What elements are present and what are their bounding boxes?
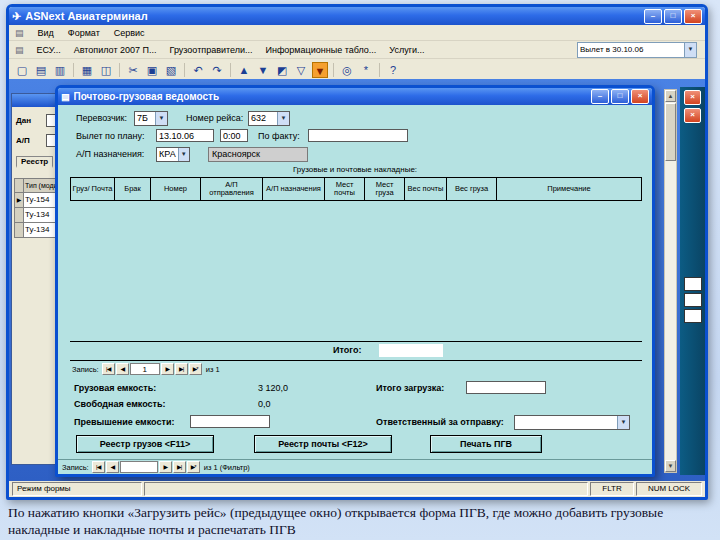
pgv-dialog-titlebar[interactable]: ▤ Почтово-грузовая ведомость – □ × bbox=[58, 88, 652, 105]
vertical-scrollbar[interactable]: ▲ ▼ bbox=[664, 89, 677, 473]
last-record-icon[interactable]: ▶| bbox=[173, 461, 186, 473]
next-record-icon[interactable]: ▶ bbox=[161, 363, 174, 375]
new-record-icon[interactable]: ▶* bbox=[187, 461, 200, 473]
column-header[interactable]: Вес груза bbox=[447, 178, 497, 200]
responsible-select[interactable]: ▼ bbox=[514, 415, 630, 430]
grid-icon: ▤ bbox=[15, 45, 24, 55]
sort-desc-icon[interactable]: ▼ bbox=[255, 62, 271, 78]
filter-by-form-icon[interactable]: ▽ bbox=[293, 62, 309, 78]
first-record-icon[interactable]: |◀ bbox=[102, 363, 115, 375]
column-header[interactable]: А/П назначения bbox=[263, 178, 325, 200]
close-icon[interactable]: × bbox=[684, 90, 701, 105]
flight-number-select[interactable]: 632 ▼ bbox=[248, 111, 290, 126]
form-record-navigator: Запись: |◀ ◀ ▶ ▶| ▶* из 1 (Фильтр) bbox=[58, 459, 652, 474]
status-fltr: FLTR bbox=[590, 482, 634, 496]
app-titlebar[interactable]: ✈ ASNext Авиатерминал – □ × bbox=[9, 7, 705, 25]
paste-icon[interactable]: ▧ bbox=[163, 62, 179, 78]
maximize-icon[interactable]: □ bbox=[611, 89, 629, 104]
prev-record-icon[interactable]: ◀ bbox=[116, 363, 129, 375]
prev-record-icon[interactable]: ◀ bbox=[106, 461, 119, 473]
edge-spacer bbox=[680, 125, 705, 275]
nav-item-esu[interactable]: ЕСУ... bbox=[37, 45, 61, 55]
close-icon[interactable]: × bbox=[684, 108, 701, 123]
nav-item-shippers[interactable]: Грузоотправители... bbox=[170, 45, 253, 55]
minimize-icon[interactable]: – bbox=[591, 89, 609, 104]
workspace: Дан А/П Реестр Тип (моди ▶ Ту-154 Ту-134 bbox=[9, 79, 705, 481]
app-window: ✈ ASNext Авиатерминал – □ × ▤ Вид Формат… bbox=[6, 4, 708, 500]
next-record-icon[interactable]: ▶ bbox=[159, 461, 172, 473]
free-capacity-label: Свободная емкость: bbox=[74, 399, 166, 409]
row-selector-header bbox=[14, 178, 24, 193]
toolbar-separator bbox=[379, 63, 380, 77]
column-header[interactable]: Примечание bbox=[497, 178, 641, 200]
menu-item-view[interactable]: Вид bbox=[38, 28, 54, 38]
copy-icon[interactable]: ▣ bbox=[144, 62, 160, 78]
redo-icon[interactable]: ↷ bbox=[209, 62, 225, 78]
find-icon[interactable]: ◎ bbox=[339, 62, 355, 78]
print-icon[interactable]: ▦ bbox=[79, 62, 95, 78]
record-count: из 1 (Фильтр) bbox=[204, 463, 250, 472]
excess-capacity-label: Превышение емкости: bbox=[74, 417, 174, 427]
last-record-icon[interactable]: ▶| bbox=[175, 363, 188, 375]
scroll-thumb[interactable] bbox=[665, 103, 676, 161]
cargo-register-button[interactable]: Реестр грузов <F11> bbox=[76, 435, 214, 453]
minimize-icon[interactable]: – bbox=[644, 9, 662, 24]
first-record-icon[interactable]: |◀ bbox=[92, 461, 105, 473]
menu-item-service[interactable]: Сервис bbox=[114, 28, 145, 38]
chevron-down-icon[interactable]: ▼ bbox=[155, 112, 167, 125]
tab-register[interactable]: Реестр bbox=[16, 156, 53, 168]
open-icon[interactable]: ▤ bbox=[33, 62, 49, 78]
sort-asc-icon[interactable]: ▲ bbox=[236, 62, 252, 78]
undo-icon[interactable]: ↶ bbox=[190, 62, 206, 78]
help-icon[interactable]: ? bbox=[385, 62, 401, 78]
nav-item-info-boards[interactable]: Информационные табло... bbox=[265, 45, 376, 55]
row-selector[interactable] bbox=[14, 208, 24, 223]
chevron-down-icon[interactable]: ▼ bbox=[684, 43, 696, 57]
column-header[interactable]: Номер bbox=[151, 178, 201, 200]
planned-date-field[interactable]: 13.10.06 bbox=[156, 129, 214, 142]
new-record-icon[interactable]: ▶* bbox=[189, 363, 202, 375]
cut-icon[interactable]: ✂ bbox=[125, 62, 141, 78]
menu-item-format[interactable]: Формат bbox=[68, 28, 100, 38]
mail-register-button[interactable]: Реестр почты <F12> bbox=[254, 435, 392, 453]
new-icon[interactable]: ▢ bbox=[14, 62, 30, 78]
planned-departure-label: Вылет по плану: bbox=[76, 131, 145, 141]
record-position-field[interactable] bbox=[120, 461, 158, 473]
close-icon[interactable]: × bbox=[631, 89, 649, 104]
planned-time-field[interactable]: 0:00 bbox=[220, 129, 248, 142]
column-header[interactable]: Мест почты bbox=[325, 178, 365, 200]
filter-by-selection-icon[interactable]: ◩ bbox=[274, 62, 290, 78]
record-position-field[interactable]: 1 bbox=[130, 363, 160, 375]
print-preview-icon[interactable]: ◫ bbox=[98, 62, 114, 78]
waybills-table-body[interactable] bbox=[70, 201, 642, 342]
responsible-label: Ответственный за отправку: bbox=[376, 417, 504, 427]
actual-departure-field[interactable] bbox=[308, 129, 408, 142]
flight-number-label: Номер рейса: bbox=[186, 113, 243, 123]
column-header[interactable]: Брак bbox=[115, 178, 151, 200]
chevron-down-icon[interactable]: ▼ bbox=[178, 148, 189, 161]
chevron-down-icon[interactable]: ▼ bbox=[277, 112, 289, 125]
apply-filter-icon[interactable]: ▼ bbox=[312, 62, 328, 78]
nav-item-autopilot[interactable]: Автопилот 2007 П... bbox=[74, 45, 157, 55]
chevron-down-icon[interactable]: ▼ bbox=[617, 416, 629, 429]
nav-item-services[interactable]: Услуги... bbox=[389, 45, 424, 55]
column-header[interactable]: Вес почты bbox=[405, 178, 447, 200]
new-record-icon[interactable]: * bbox=[358, 62, 374, 78]
scroll-down-icon[interactable]: ▼ bbox=[665, 460, 676, 472]
column-header[interactable]: А/П отправления bbox=[201, 178, 263, 200]
row-selector-icon[interactable]: ▶ bbox=[14, 193, 24, 208]
save-icon[interactable]: ▥ bbox=[52, 62, 68, 78]
clipped-field bbox=[684, 293, 702, 307]
waybills-table-caption: Грузовые и почтовые накладные: bbox=[58, 165, 652, 174]
close-icon[interactable]: × bbox=[684, 9, 702, 24]
column-header[interactable]: Мест груза bbox=[365, 178, 405, 200]
column-header[interactable]: Груз/ Почта bbox=[71, 178, 115, 200]
flight-date-select[interactable]: Вылет в 30.10.06 ▼ bbox=[577, 42, 697, 58]
print-pgv-button[interactable]: Печать ПГВ bbox=[430, 435, 542, 453]
carrier-select[interactable]: 7Б ▼ bbox=[134, 111, 168, 126]
excess-capacity-field[interactable] bbox=[190, 415, 270, 428]
destination-select[interactable]: КРА ▼ bbox=[156, 147, 190, 162]
maximize-icon[interactable]: □ bbox=[664, 9, 682, 24]
scroll-up-icon[interactable]: ▲ bbox=[665, 90, 676, 102]
row-selector[interactable] bbox=[14, 223, 24, 238]
